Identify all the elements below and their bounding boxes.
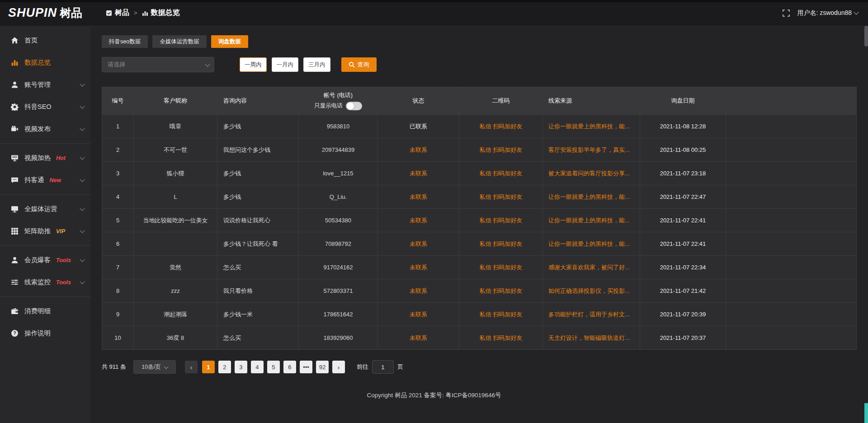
- sidebar-item-home[interactable]: 首页: [0, 29, 90, 52]
- sidebar-item-member-burst[interactable]: 会员爆客 Tools: [0, 249, 90, 271]
- table-row: 9 潮起潮落 多少钱一米 178651642 未联系 私信 扫码加好友 多功能护…: [102, 303, 856, 326]
- cell-qrcode-link[interactable]: 私信 扫码加好友: [459, 303, 543, 326]
- scrollbar[interactable]: [864, 0, 868, 423]
- filter-select[interactable]: 请选择: [102, 57, 214, 72]
- cell-lead-source-link[interactable]: 如何正确选择投影仪，买投影...: [543, 279, 640, 302]
- cell-serial: 8: [102, 279, 134, 302]
- tools-badge: Tools: [56, 279, 71, 286]
- sidebar-item-consumption-detail[interactable]: 消费明细: [0, 300, 90, 322]
- tab[interactable]: 询盘数据: [211, 35, 248, 48]
- page-button[interactable]: 6: [283, 361, 296, 373]
- cell-inquiry-content: 我想问这个多少钱: [217, 138, 299, 161]
- tab-label: 抖音seo数据: [109, 38, 141, 46]
- cell-qrcode-link[interactable]: 私信 扫码加好友: [459, 279, 543, 302]
- next-page-button[interactable]: ›: [332, 361, 345, 373]
- sidebar-item-lead-monitoring[interactable]: 线索监控 Tools: [0, 271, 90, 293]
- sidebar-item-omnimedia-operation[interactable]: 全媒体运营: [0, 198, 90, 220]
- page-button[interactable]: 92: [316, 361, 329, 373]
- page-button[interactable]: 4: [251, 361, 264, 373]
- page-button[interactable]: 3: [235, 361, 247, 373]
- cell-qrcode-link[interactable]: 私信 扫码加好友: [459, 232, 543, 255]
- cell-lead-source-link[interactable]: 让你一眼就爱上的黑科技，能...: [543, 185, 640, 208]
- sidebar-item-label: 抖客通: [24, 176, 44, 184]
- sidebar-divider: [0, 194, 90, 195]
- sidebar-item-video-heating[interactable]: 视频加热 Hot: [0, 147, 90, 169]
- cell-lead-source-link[interactable]: 让你一眼就爱上的黑科技，能...: [543, 115, 640, 138]
- tab[interactable]: 抖音seo数据: [102, 35, 148, 48]
- table-row: 5 当地比较能吃的一位美女 说说价格让我死心 50534380 未联系 私信 扫…: [102, 209, 856, 232]
- table-row: 1 哦章 多少钱 9583810 已联系 私信 扫码加好友 让你一眼就爱上的黑科…: [102, 115, 856, 138]
- cell-qrcode-link[interactable]: 私信 扫码加好友: [459, 209, 543, 232]
- col-header-qrcode: 二维码: [459, 87, 543, 114]
- cell-account-phone: 572803371: [299, 279, 378, 302]
- toggle-knob: [347, 103, 354, 110]
- page-button[interactable]: •••: [300, 361, 312, 373]
- video-camera-icon: [11, 125, 19, 133]
- page-button[interactable]: 1: [202, 361, 215, 373]
- sidebar-item-video-publish[interactable]: 视频发布: [0, 118, 90, 140]
- cell-lead-source-link[interactable]: 感谢大家喜欢我家，被问了好...: [543, 256, 640, 279]
- user-icon: [11, 81, 19, 89]
- cell-lead-source-link[interactable]: 让你一眼就爱上的黑科技，能...: [543, 232, 640, 255]
- range-button[interactable]: 一周内: [240, 57, 267, 72]
- sidebar-item-label: 抖音SEO: [24, 103, 52, 111]
- cell-lead-source-link[interactable]: 被大家追着问的客厅投影分享...: [543, 162, 640, 185]
- chevron-down-icon: [205, 61, 210, 66]
- cell-lead-source-link[interactable]: 无主灯设计，智能磁吸轨道灯...: [543, 326, 640, 349]
- user-menu[interactable]: 用户名: zswodun88: [797, 9, 858, 17]
- cell-qrcode-link[interactable]: 私信 扫码加好友: [459, 326, 543, 349]
- range-button[interactable]: 一月内: [272, 57, 299, 72]
- range-buttons: 一周内 一月内 三月内: [240, 57, 330, 72]
- cell-account-phone: 917024162: [299, 256, 378, 279]
- cell-lead-source-link[interactable]: 客厅安装投影半年多了，真实...: [543, 138, 640, 161]
- range-button[interactable]: 三月内: [303, 57, 330, 72]
- goto-page-input[interactable]: [372, 360, 394, 374]
- sidebar-item-data-overview[interactable]: 数据总览: [0, 52, 90, 74]
- table-row: 7 觉然 怎么买 917024162 未联系 私信 扫码加好友 感谢大家喜欢我家…: [102, 256, 856, 279]
- cell-qrcode-link[interactable]: 私信 扫码加好友: [459, 162, 543, 185]
- sidebar-item-doukettong[interactable]: 抖客通 New: [0, 169, 90, 191]
- cell-inquiry-content: 多少钱一米: [217, 303, 299, 326]
- gear-icon: [11, 103, 19, 111]
- sidebar-item-label: 会员爆客: [24, 256, 51, 264]
- page-button[interactable]: 5: [267, 361, 280, 373]
- scrollbar-thumb[interactable]: [864, 26, 868, 47]
- cell-nickname: 潮起潮落: [134, 303, 217, 326]
- search-button[interactable]: 查询: [341, 57, 377, 72]
- page-button[interactable]: 2: [218, 361, 231, 373]
- cell-serial: 6: [102, 232, 134, 255]
- cell-empty: [726, 326, 856, 349]
- cell-lead-source-link[interactable]: 多功能护栏灯，适用于乡村文...: [543, 303, 640, 326]
- cell-status: 未联系: [378, 185, 459, 208]
- cell-status: 未联系: [378, 279, 459, 302]
- tools-badge: Tools: [56, 257, 71, 263]
- page-size-select[interactable]: 10条/页: [133, 360, 176, 374]
- vip-badge: VIP: [56, 228, 65, 235]
- cell-nickname: 当地比较能吃的一位美女: [134, 209, 217, 232]
- fullscreen-icon[interactable]: [783, 9, 790, 17]
- pagination: 共 911 条 10条/页 ‹ 1 2 3 4 5 6: [102, 360, 857, 374]
- tab[interactable]: 全媒体运营数据: [152, 35, 207, 48]
- sidebar-item-instructions[interactable]: ? 操作说明: [0, 322, 90, 344]
- prev-page-button[interactable]: ‹: [185, 361, 198, 373]
- app-square-icon: [106, 10, 112, 16]
- home-icon: [11, 37, 19, 44]
- breadcrumb-root[interactable]: 树品: [106, 8, 129, 18]
- sidebar-item-douyin-seo[interactable]: 抖音SEO: [0, 96, 90, 118]
- sidebar-item-matrix-boost[interactable]: 矩阵助推 VIP: [0, 220, 90, 242]
- sidebar-item-account-management[interactable]: 账号管理: [0, 74, 90, 96]
- cell-qrcode-link[interactable]: 私信 扫码加好友: [459, 138, 543, 161]
- cell-empty: [726, 115, 856, 138]
- cell-qrcode-link[interactable]: 私信 扫码加好友: [459, 185, 543, 208]
- sidebar-item-label: 矩阵助推: [24, 227, 51, 235]
- cell-account-phone: 50534380: [299, 209, 378, 232]
- cell-lead-source-link[interactable]: 让你一眼就爱上的黑科技，能...: [543, 209, 640, 232]
- user-icon: [11, 256, 19, 264]
- cell-qrcode-link[interactable]: 私信 扫码加好友: [459, 256, 543, 279]
- cell-qrcode-link[interactable]: 私信 扫码加好友: [459, 115, 543, 138]
- phone-only-toggle[interactable]: [346, 102, 362, 110]
- topbar-right: 用户名: zswodun88: [783, 9, 868, 17]
- grid-icon: [11, 227, 19, 235]
- sidebar-item-label: 账号管理: [24, 80, 51, 89]
- search-icon: [349, 61, 355, 68]
